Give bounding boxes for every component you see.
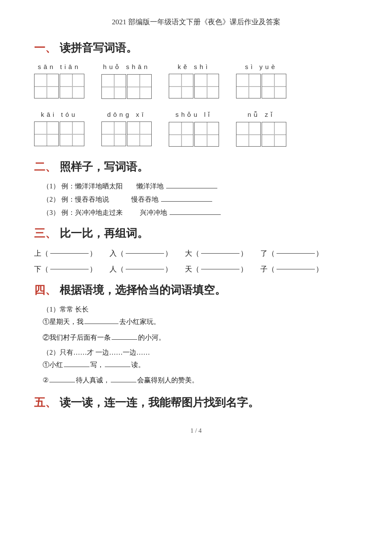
example-num-1: （1） bbox=[43, 182, 60, 190]
sub-section-2-title: （2）只有……才 一边……一边…… bbox=[43, 348, 358, 357]
section1-number: 一、 bbox=[34, 40, 56, 55]
char-box[interactable] bbox=[127, 121, 152, 146]
char-box[interactable] bbox=[60, 121, 84, 146]
word-item-ren: 人（ ） bbox=[110, 264, 172, 274]
section5-label: 读一读，连一连，我能帮图片找到名字。 bbox=[60, 395, 259, 410]
section3-header: 三、 比一比，再组词。 bbox=[34, 226, 358, 241]
pinyin-group-4: sì yuè bbox=[236, 63, 286, 98]
example-line-3: （3） 例：兴冲冲地走过来 兴冲冲地 bbox=[43, 208, 358, 217]
word-item-le: 了（ ） bbox=[260, 249, 323, 258]
close-paren: ） bbox=[316, 249, 323, 258]
char-box[interactable] bbox=[169, 74, 193, 98]
char-box[interactable] bbox=[101, 74, 126, 99]
close-paren: ） bbox=[240, 264, 248, 274]
section2-label: 照样子，写词语。 bbox=[60, 159, 148, 174]
char-shang: 上（ bbox=[34, 249, 49, 258]
pinyin-group-2: huǒ shān bbox=[101, 63, 152, 99]
example-line-1: （1） 例：懒洋洋地晒太阳 懒洋洋地 bbox=[43, 182, 358, 191]
fill-blank-5[interactable] bbox=[49, 382, 75, 382]
word-item-xia: 下（ ） bbox=[34, 264, 97, 274]
word-item-ru: 入（ ） bbox=[110, 249, 172, 258]
blank-ren[interactable] bbox=[126, 269, 164, 269]
fill-blank-2[interactable] bbox=[112, 339, 137, 340]
fill-blank-1[interactable] bbox=[84, 324, 118, 324]
char-boxes-6 bbox=[101, 121, 152, 146]
char-boxes-4 bbox=[236, 74, 286, 98]
pinyin-group-8: nǚ zǐ bbox=[236, 111, 286, 147]
char-boxes-3 bbox=[169, 74, 219, 98]
pinyin-group-6: dōng xī bbox=[101, 111, 152, 146]
char-le: 了（ bbox=[260, 249, 275, 258]
pinyin-label-2: huǒ shān bbox=[103, 63, 150, 71]
char-box[interactable] bbox=[262, 122, 286, 147]
example-text-2: 例：慢吞吞地说 bbox=[61, 196, 109, 203]
char-box[interactable] bbox=[236, 74, 261, 98]
blank-xia[interactable] bbox=[50, 269, 89, 269]
blank-da[interactable] bbox=[201, 253, 239, 254]
char-box[interactable] bbox=[34, 121, 59, 146]
char-box[interactable] bbox=[34, 74, 59, 98]
answer-blank-3[interactable] bbox=[170, 214, 221, 215]
section4-header: 四、 根据语境，选择恰当的词语填空。 bbox=[34, 283, 358, 298]
blank-le[interactable] bbox=[277, 253, 315, 254]
fill-blank-4[interactable] bbox=[105, 367, 130, 367]
char-boxes-5 bbox=[34, 121, 84, 146]
section1-label: 读拼音写词语。 bbox=[60, 40, 137, 55]
pinyin-label-4: sì yuè bbox=[245, 63, 277, 70]
fill-item-2-1: ①小红写，读。 bbox=[43, 359, 358, 371]
blank-ru[interactable] bbox=[126, 253, 164, 254]
page-number: 1 / 4 bbox=[34, 427, 358, 434]
fill-blank-6[interactable] bbox=[111, 382, 136, 382]
pinyin-label-1: sān tiān bbox=[38, 63, 81, 70]
section3-content: 上（ ） 入（ ） 大（ ） 了（ ） 下（ ） 人（ ） bbox=[34, 249, 358, 274]
fill-blank-3[interactable] bbox=[64, 367, 89, 367]
pinyin-group-7: shǒu lǐ bbox=[169, 111, 219, 147]
char-box[interactable] bbox=[60, 74, 84, 98]
example-text-1: 例：懒洋洋地晒太阳 bbox=[61, 182, 123, 190]
char-box[interactable] bbox=[101, 121, 126, 146]
word-row-2: 下（ ） 人（ ） 天（ ） 子（ ） bbox=[34, 264, 358, 274]
answer-blank-2[interactable] bbox=[161, 201, 212, 202]
example-prompt-3: 兴冲冲地 bbox=[140, 209, 167, 216]
fill-item-1-2: ②我们村子后面有一条的小河。 bbox=[43, 332, 358, 344]
page-title: 2021 部编版一年级语文下册《夜色》课后作业及答案 bbox=[34, 17, 358, 27]
char-box[interactable] bbox=[194, 122, 219, 147]
char-box[interactable] bbox=[262, 74, 286, 98]
pinyin-group-3: kě shì bbox=[169, 63, 219, 98]
section2-header: 二、 照样子，写词语。 bbox=[34, 159, 358, 174]
char-box[interactable] bbox=[194, 74, 219, 98]
char-box[interactable] bbox=[127, 74, 152, 99]
blank-tian[interactable] bbox=[201, 269, 239, 269]
char-box[interactable] bbox=[169, 122, 193, 147]
pinyin-group-5: kāi tóu bbox=[34, 111, 84, 146]
char-boxes-8 bbox=[236, 122, 286, 147]
close-paren: ） bbox=[316, 264, 323, 274]
sub-section-1-title: （1）常常 长长 bbox=[43, 305, 358, 314]
word-row-1: 上（ ） 入（ ） 大（ ） 了（ ） bbox=[34, 249, 358, 258]
blank-zi[interactable] bbox=[277, 269, 315, 269]
section4-number: 四、 bbox=[34, 283, 56, 298]
pinyin-labels-row2: kāi tóu dōng xī shǒu lǐ nǚ zǐ bbox=[34, 111, 358, 151]
char-boxes-2 bbox=[101, 74, 152, 99]
close-paren: ） bbox=[165, 249, 172, 258]
close-paren: ） bbox=[89, 249, 97, 258]
char-ru: 入（ bbox=[110, 249, 124, 258]
pinyin-section: sān tiān huǒ shān kě shì sì yuè bbox=[34, 63, 358, 151]
section5-number: 五、 bbox=[34, 395, 56, 410]
pinyin-label-3: kě shì bbox=[178, 63, 210, 70]
example-prompt-2: 慢吞吞地 bbox=[131, 196, 159, 203]
close-paren: ） bbox=[165, 264, 172, 274]
pinyin-group-1: sān tiān bbox=[34, 63, 84, 98]
char-box[interactable] bbox=[236, 122, 261, 147]
pinyin-label-8: nǚ zǐ bbox=[248, 111, 275, 119]
example-line-2: （2） 例：慢吞吞地说 慢吞吞地 bbox=[43, 195, 358, 204]
blank-shang[interactable] bbox=[50, 253, 89, 254]
close-paren: ） bbox=[89, 264, 97, 274]
pinyin-labels-row1: sān tiān huǒ shān kě shì sì yuè bbox=[34, 63, 358, 103]
pinyin-label-7: shǒu lǐ bbox=[176, 111, 213, 119]
answer-blank-1[interactable] bbox=[166, 188, 217, 188]
pinyin-label-5: kāi tóu bbox=[41, 111, 78, 118]
section3-number: 三、 bbox=[34, 226, 56, 241]
example-prompt-1: 懒洋洋地 bbox=[136, 182, 164, 190]
example-num-3: （3） bbox=[43, 209, 60, 216]
